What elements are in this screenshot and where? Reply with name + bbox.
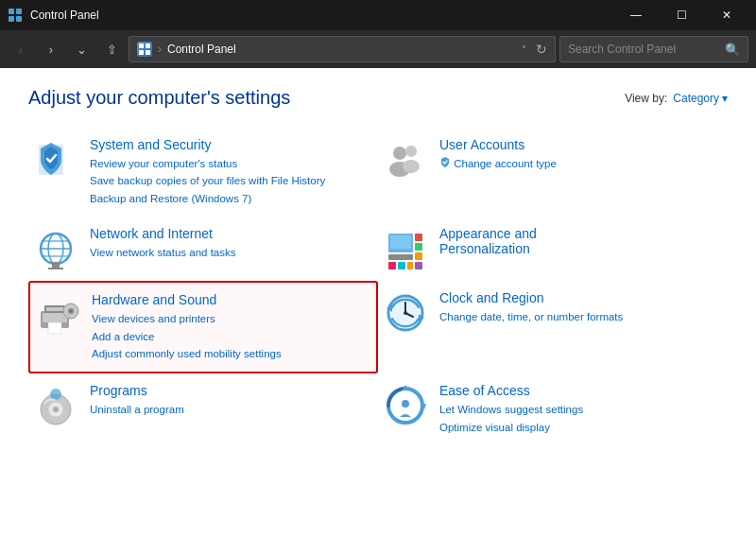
minimize-button[interactable]: — [614,0,658,30]
category-programs[interactable]: Programs Uninstall a program [28,373,378,445]
history-dropdown-button[interactable]: ⌄ [68,36,94,62]
svg-rect-25 [415,252,422,260]
title-bar: Control Panel — ☐ ✕ [0,0,756,30]
link-review-status[interactable]: Review your computer's status [90,155,364,172]
svg-rect-0 [9,9,14,14]
svg-point-11 [405,146,417,157]
network-icon [33,226,78,271]
user-accounts-links: Change account type [439,155,713,172]
link-uninstall[interactable]: Uninstall a program [90,401,364,418]
network-title[interactable]: Network and Internet [90,226,364,241]
content-header: Adjust your computer's settings View by:… [28,87,728,109]
svg-rect-4 [139,43,144,48]
search-icon[interactable]: 🔍 [725,43,740,57]
svg-rect-19 [48,268,63,269]
clock-text: Clock and Region Change date, time, or n… [439,290,713,325]
ease-title[interactable]: Ease of Access [439,383,713,398]
hardware-text: Hardware and Sound View devices and prin… [92,292,362,362]
link-change-account[interactable]: Change account type [439,155,713,172]
hardware-links: View devices and printers Add a device A… [92,310,362,362]
hardware-title[interactable]: Hardware and Sound [92,292,362,307]
system-security-links: Review your computer's status Save backu… [90,155,364,207]
link-file-history[interactable]: Save backup copies of your files with Fi… [90,172,364,189]
content-area: Adjust your computer's settings View by:… [0,68,756,538]
svg-rect-5 [146,43,150,48]
user-accounts-icon [383,137,428,182]
up-button[interactable]: ⇧ [98,36,125,62]
link-visual-display[interactable]: Optimize visual display [439,419,713,436]
appearance-title[interactable]: Appearance andPersonalization [439,226,713,256]
svg-rect-6 [139,50,144,55]
category-network-internet[interactable]: Network and Internet View network status… [28,217,378,281]
view-by-label: View by: [625,92,667,105]
user-accounts-text: User Accounts Change account type [439,137,713,172]
view-by-arrow: ▾ [722,92,728,105]
link-mobility-settings[interactable]: Adjust commonly used mobility settings [92,345,362,362]
breadcrumb-separator: › [158,43,162,56]
link-date-time[interactable]: Change date, time, or number formats [439,308,713,325]
address-dropdown-arrow[interactable]: ˅ [522,44,526,55]
hardware-icon [35,292,80,338]
svg-rect-3 [16,16,22,22]
clock-title[interactable]: Clock and Region [439,290,713,305]
user-accounts-title[interactable]: User Accounts [439,137,713,152]
maximize-button[interactable]: ☐ [660,0,703,30]
window-icon [8,8,23,23]
svg-rect-31 [43,313,67,322]
forward-button[interactable]: › [38,36,64,62]
svg-point-42 [404,311,407,315]
system-security-title[interactable]: System and Security [90,137,364,152]
svg-rect-33 [46,307,63,311]
link-add-device[interactable]: Add a device [92,328,362,345]
view-by-dropdown[interactable]: Category ▾ [673,92,728,105]
svg-rect-21 [388,254,413,260]
ease-links: Let Windows suggest settings Optimize vi… [439,401,713,436]
appearance-icon [383,226,428,271]
svg-rect-2 [9,16,14,22]
category-appearance[interactable]: Appearance andPersonalization [378,217,728,281]
link-devices-printers[interactable]: View devices and printers [92,310,362,327]
clock-links: Change date, time, or number formats [439,308,713,325]
svg-rect-26 [415,262,422,269]
svg-rect-29 [407,262,413,269]
close-button[interactable]: ✕ [705,0,748,30]
programs-icon [33,383,78,428]
view-by-control: View by: Category ▾ [625,92,728,105]
clock-icon [383,290,428,336]
svg-point-12 [403,160,420,173]
svg-rect-7 [146,50,150,55]
refresh-button[interactable]: ↻ [536,42,547,57]
svg-rect-22 [390,235,411,249]
address-bar[interactable]: › Control Panel ˅ ↻ [129,36,556,62]
svg-point-37 [70,310,72,312]
window-controls: — ☐ ✕ [614,0,748,30]
link-suggest-settings[interactable]: Let Windows suggest settings [439,401,713,418]
view-by-value-text: Category [673,92,719,105]
back-button[interactable]: ‹ [8,36,34,62]
category-user-accounts[interactable]: User Accounts Change account type [378,128,728,217]
ease-text: Ease of Access Let Windows suggest setti… [439,383,713,436]
svg-rect-1 [16,9,22,14]
svg-point-51 [402,400,409,408]
shield-icon [439,156,451,167]
page-title: Adjust your computer's settings [28,87,290,109]
navigation-bar: ‹ › ⌄ ⇧ › Control Panel ˅ ↻ 🔍 [0,30,756,68]
category-ease-of-access[interactable]: Ease of Access Let Windows suggest setti… [378,373,728,445]
search-box[interactable]: 🔍 [559,36,748,62]
category-clock-region[interactable]: Clock and Region Change date, time, or n… [378,281,728,373]
svg-point-9 [393,147,406,160]
programs-title[interactable]: Programs [90,383,364,398]
address-icon [137,42,152,57]
category-hardware-sound[interactable]: Hardware and Sound View devices and prin… [28,281,378,373]
system-security-text: System and Security Review your computer… [90,137,364,207]
appearance-text: Appearance andPersonalization [439,226,713,259]
category-system-security[interactable]: System and Security Review your computer… [28,128,378,217]
link-backup-restore[interactable]: Backup and Restore (Windows 7) [90,190,364,207]
window-title: Control Panel [30,9,607,22]
link-network-status[interactable]: View network status and tasks [90,244,364,261]
svg-rect-27 [388,262,396,269]
search-input[interactable] [568,43,719,56]
svg-rect-23 [415,234,422,241]
programs-links: Uninstall a program [90,401,364,418]
system-security-icon [33,137,78,182]
